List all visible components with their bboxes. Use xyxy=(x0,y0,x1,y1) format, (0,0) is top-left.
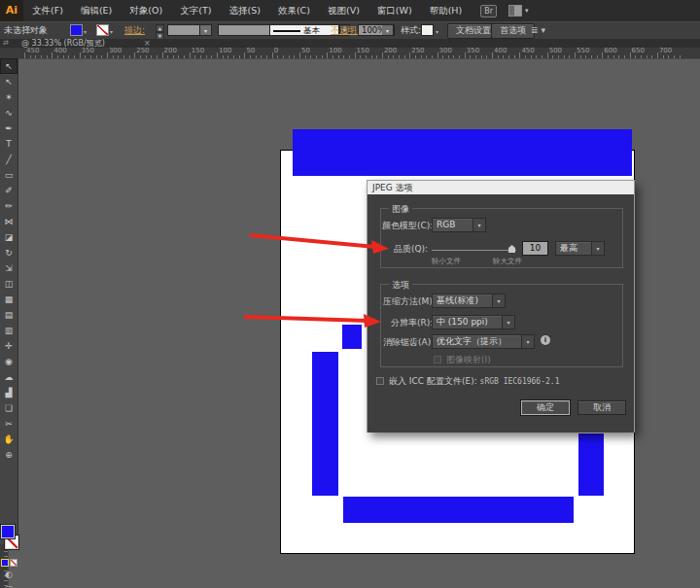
scale-tool-icon[interactable]: ⇲ xyxy=(0,260,18,276)
cancel-button[interactable]: 取消 xyxy=(578,400,626,415)
panel-menu-icon[interactable]: ≣ ▾ xyxy=(531,26,545,35)
screen-mode-icon[interactable]: ▢ xyxy=(0,584,18,588)
slice-tool-icon[interactable]: ✂ xyxy=(0,416,18,432)
blue-rectangle-right[interactable] xyxy=(578,433,604,496)
ruler-tick xyxy=(24,52,25,58)
compression-dropdown[interactable]: 基线(标准) ▾ xyxy=(432,294,506,308)
chevron-down-icon[interactable]: ▾ xyxy=(110,28,113,35)
artboard-tool-icon[interactable]: ❏ xyxy=(0,400,18,416)
perspective-grid-tool-icon[interactable]: ▦ xyxy=(0,292,18,307)
mesh-tool-icon[interactable]: ▤ xyxy=(0,307,18,323)
preferences-button[interactable]: 首选项 xyxy=(491,23,535,39)
magic-wand-tool-icon[interactable]: ✶ xyxy=(0,89,18,105)
ruler-tick xyxy=(442,55,443,58)
fill-stroke-indicator xyxy=(0,523,18,554)
stroke-weight-combo[interactable]: ▾ xyxy=(167,24,212,36)
none-button[interactable] xyxy=(10,559,18,567)
blue-rectangle-left[interactable] xyxy=(312,352,338,496)
ruler-tick xyxy=(514,55,515,58)
menu-item-3[interactable]: 文字(T) xyxy=(171,0,220,21)
tools-panel: ↖↖✶∿✒T╱▭✐✏⋈◪↻⇲◫▦▤▥✛◉☁▟❏✂✋⊕ ◐ ▢ xyxy=(0,58,18,544)
ruler-tick xyxy=(250,55,251,58)
blend-tool-icon[interactable]: ◉ xyxy=(0,354,18,369)
opacity-caret[interactable]: ▾ xyxy=(383,24,394,36)
rectangle-tool-icon[interactable]: ▭ xyxy=(0,167,18,183)
ruler-tick xyxy=(459,55,460,58)
drawing-mode-icon[interactable]: ◐ xyxy=(0,570,18,579)
ruler-label: 300 xyxy=(439,48,452,54)
control-bar: 未选择对象 ▾ ▾ 描边: ▲▼ ▾ ▾ 基本 ▾ 不透明度: 100% ▾ 样… xyxy=(0,21,700,40)
ruler-tick xyxy=(635,55,636,58)
menu-item-5[interactable]: 效果(C) xyxy=(269,0,319,21)
column-graph-tool-icon[interactable]: ▟ xyxy=(0,385,18,400)
ruler-tick xyxy=(448,55,449,58)
resolution-dropdown[interactable]: 中 (150 ppi) ▾ xyxy=(432,315,515,329)
fill-swatch[interactable] xyxy=(1,525,15,538)
ok-button[interactable]: 确定 xyxy=(521,400,570,415)
ruler-tick xyxy=(289,55,290,58)
chevron-down-icon[interactable]: ▾ xyxy=(436,28,438,35)
stroke-color-swatch[interactable] xyxy=(96,24,109,36)
menu-item-8[interactable]: 帮助(H) xyxy=(421,0,472,21)
menu-item-2[interactable]: 对象(O) xyxy=(121,0,171,21)
chevron-down-icon[interactable]: ▾ xyxy=(84,28,87,35)
gradient-tool-icon[interactable]: ▥ xyxy=(0,323,18,338)
bridge-icon[interactable]: Br xyxy=(480,5,497,17)
ruler-tick xyxy=(283,55,284,58)
menu-item-1[interactable]: 编辑(E) xyxy=(72,0,121,21)
color-controls xyxy=(0,559,18,567)
menu-item-4[interactable]: 选择(S) xyxy=(220,0,268,21)
blue-rectangle-top[interactable] xyxy=(293,129,632,176)
blue-rectangle-bottom[interactable] xyxy=(343,497,574,523)
stroke-weight-stepper[interactable]: ▲▼ xyxy=(156,24,164,36)
selection-tool-icon[interactable]: ↖ xyxy=(0,58,18,74)
ruler-tick xyxy=(366,55,367,58)
blue-square[interactable] xyxy=(342,325,362,349)
document-tab[interactable]: @ 33.33% (RGB/预览) xyxy=(18,39,109,48)
ruler-tick xyxy=(421,55,422,58)
icc-profile-checkbox[interactable] xyxy=(376,377,384,385)
hand-tool-icon[interactable]: ✋ xyxy=(0,432,18,447)
image-map-checkbox[interactable] xyxy=(434,356,441,363)
stroke-label[interactable]: 描边: xyxy=(124,21,145,39)
menu-item-7[interactable]: 窗口(W) xyxy=(368,0,421,21)
color-model-dropdown[interactable]: RGB ▾ xyxy=(432,218,486,232)
document-tab-strip: ⇄ @ 33.33% (RGB/预览) × xyxy=(0,39,700,48)
ruler-tick xyxy=(211,55,212,58)
brush-definition-combo[interactable]: 基本 xyxy=(269,24,339,36)
menu-item-6[interactable]: 视图(V) xyxy=(319,0,368,21)
line-segment-tool-icon[interactable]: ╱ xyxy=(0,152,18,167)
eyedropper-tool-icon[interactable]: ✛ xyxy=(0,338,18,354)
paintbrush-tool-icon[interactable]: ✐ xyxy=(0,183,18,198)
direct-selection-tool-icon[interactable]: ↖ xyxy=(0,74,18,89)
pencil-tool-icon[interactable]: ✏ xyxy=(0,198,18,214)
pen-tool-icon[interactable]: ✒ xyxy=(0,121,18,136)
ruler-tick xyxy=(157,55,158,58)
quality-value-input[interactable]: 10 xyxy=(522,241,548,256)
rotate-tool-icon[interactable]: ↻ xyxy=(0,245,18,260)
ruler-label: 550 xyxy=(577,48,589,54)
color-button[interactable] xyxy=(1,559,9,567)
quality-slider[interactable] xyxy=(432,242,516,256)
antialias-dropdown[interactable]: 优化文字（提示） ▾ xyxy=(432,334,535,349)
graphic-style-swatch[interactable] xyxy=(421,24,434,36)
symbol-sprayer-tool-icon[interactable]: ☁ xyxy=(0,369,18,385)
width-tool-icon[interactable]: ⋈ xyxy=(0,214,18,229)
type-tool-icon[interactable]: T xyxy=(0,136,18,152)
menu-item-0[interactable]: 文件(F) xyxy=(23,0,72,21)
workspace-switcher[interactable]: ▾ xyxy=(508,5,529,17)
ruler-tick xyxy=(332,55,333,58)
info-icon[interactable]: i xyxy=(541,335,550,345)
tab-scroll-icon[interactable]: ⇄ xyxy=(3,39,9,48)
ruler-tick xyxy=(585,55,586,58)
close-icon[interactable]: × xyxy=(144,39,151,48)
zoom-tool-icon[interactable]: ⊕ xyxy=(0,447,18,463)
shape-builder-tool-icon[interactable]: ◫ xyxy=(0,276,18,292)
eraser-tool-icon[interactable]: ◪ xyxy=(0,229,18,245)
slider-handle[interactable] xyxy=(508,245,515,253)
fill-color-swatch[interactable] xyxy=(70,24,83,36)
ruler-tick xyxy=(4,580,8,581)
quality-preset-dropdown[interactable]: 最高 ▾ xyxy=(555,241,605,256)
stepper-up-icon[interactable]: ▲ xyxy=(156,24,164,32)
lasso-tool-icon[interactable]: ∿ xyxy=(0,105,18,121)
